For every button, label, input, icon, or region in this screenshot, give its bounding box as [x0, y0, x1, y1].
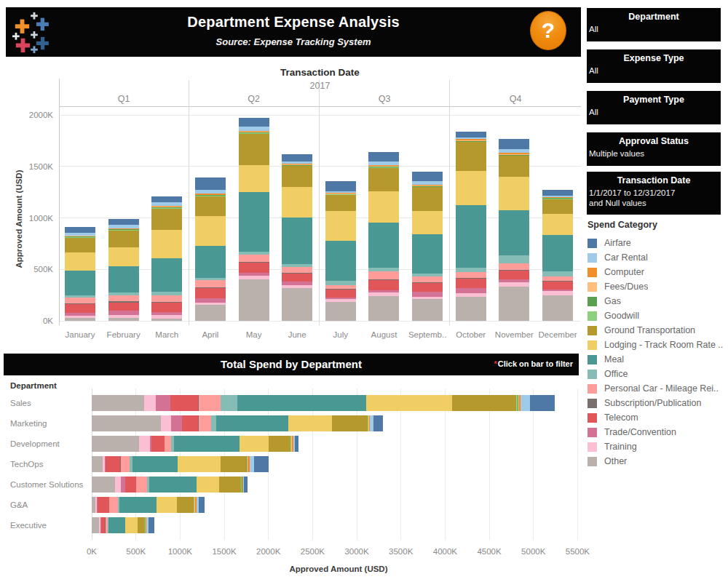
- bar-segment[interactable]: [65, 236, 95, 237]
- bar-segment[interactable]: [108, 315, 139, 318]
- bar-segment[interactable]: [195, 287, 226, 288]
- bar-segment[interactable]: [151, 207, 182, 208]
- bar-segment[interactable]: [412, 283, 443, 292]
- bar-segment[interactable]: [106, 517, 108, 533]
- bar-segment[interactable]: [198, 395, 199, 411]
- bar-segment[interactable]: [132, 456, 178, 472]
- bar-segment[interactable]: [178, 456, 220, 472]
- bar-segment[interactable]: [95, 497, 96, 513]
- bar-segment[interactable]: [147, 477, 149, 493]
- legend-item-trade-convention[interactable]: Trade/Convention: [587, 425, 727, 439]
- bar-segment[interactable]: [171, 415, 183, 431]
- bar-segment[interactable]: [412, 187, 443, 188]
- bar-segment[interactable]: [246, 456, 247, 472]
- bar-segment[interactable]: [125, 477, 136, 493]
- bar-segment[interactable]: [108, 517, 109, 533]
- bar-segment[interactable]: [108, 229, 139, 230]
- bar-segment[interactable]: [456, 272, 486, 278]
- bar-segment[interactable]: [65, 236, 95, 236]
- bar-segment[interactable]: [239, 132, 269, 133]
- bar-segment[interactable]: [199, 415, 211, 431]
- bar-segment[interactable]: [243, 477, 244, 493]
- bar-segment[interactable]: [542, 214, 573, 234]
- bar-segment[interactable]: [412, 172, 443, 181]
- bar-segment[interactable]: [282, 166, 312, 167]
- bar-segment[interactable]: [242, 477, 243, 493]
- bar-segment[interactable]: [65, 271, 95, 295]
- bar-segment[interactable]: [92, 497, 95, 513]
- bar-segment[interactable]: [325, 194, 356, 195]
- bar-segment[interactable]: [456, 293, 486, 298]
- bar-segment[interactable]: [290, 436, 291, 452]
- bar-segment[interactable]: [151, 312, 182, 315]
- bar-segment[interactable]: [195, 303, 226, 306]
- bar-segment[interactable]: [516, 395, 518, 411]
- bar-segment[interactable]: [195, 194, 226, 194]
- bar-segment[interactable]: [239, 279, 269, 321]
- bar-segment[interactable]: [92, 456, 103, 472]
- bar-segment[interactable]: [165, 436, 170, 452]
- bar-segment[interactable]: [121, 477, 124, 493]
- bar-segment[interactable]: [151, 295, 182, 302]
- legend-item-office[interactable]: Office: [587, 367, 727, 381]
- bar-segment[interactable]: [518, 395, 519, 411]
- bar-segment[interactable]: [151, 202, 182, 206]
- bar-segment[interactable]: [499, 255, 529, 263]
- department-spend-stacked-bar-chart[interactable]: 0K500K1000K1500K2000K2500K3000K3500K4000…: [4, 377, 579, 581]
- bar-segment[interactable]: [291, 436, 292, 452]
- bar-segment[interactable]: [195, 305, 226, 321]
- legend-item-personal-car[interactable]: Personal Car - Mileage Rei..: [587, 381, 727, 396]
- bar-segment[interactable]: [325, 289, 356, 290]
- bar-segment[interactable]: [197, 497, 199, 513]
- bar-segment[interactable]: [282, 165, 312, 166]
- bar-segment[interactable]: [151, 436, 165, 452]
- bar-segment[interactable]: [151, 206, 182, 207]
- bar-segment[interactable]: [325, 299, 356, 302]
- bar-segment[interactable]: [254, 456, 269, 472]
- bar-segment[interactable]: [195, 497, 196, 513]
- bar-segment[interactable]: [65, 252, 95, 271]
- bar-segment[interactable]: [108, 301, 139, 302]
- bar-segment[interactable]: [499, 282, 529, 287]
- bar-segment[interactable]: [325, 191, 356, 193]
- bar-segment[interactable]: [92, 477, 115, 493]
- bar-segment[interactable]: [325, 302, 356, 321]
- bar-segment[interactable]: [151, 209, 182, 230]
- filter-value[interactable]: All: [587, 22, 721, 33]
- bar-segment[interactable]: [282, 264, 312, 267]
- bar-segment[interactable]: [109, 497, 110, 513]
- bar-segment[interactable]: [542, 196, 573, 197]
- bar-segment[interactable]: [542, 271, 573, 276]
- bar-segment[interactable]: [325, 285, 356, 289]
- legend-item-ground-transportation[interactable]: Ground Transportation: [587, 323, 727, 338]
- bar-segment[interactable]: [456, 137, 486, 139]
- bar-segment[interactable]: [368, 268, 399, 271]
- bar-segment[interactable]: [325, 290, 356, 298]
- bar-segment[interactable]: [239, 273, 269, 276]
- bar-segment[interactable]: [194, 497, 194, 513]
- bar-segment[interactable]: [65, 238, 95, 253]
- bar-segment[interactable]: [239, 262, 269, 263]
- bar-segment[interactable]: [211, 415, 216, 431]
- bar-segment[interactable]: [456, 288, 486, 293]
- bar-segment[interactable]: [499, 156, 529, 176]
- legend-item-lodging[interactable]: Lodging - Track Room Rate ..: [587, 338, 727, 352]
- bar-segment[interactable]: [239, 132, 269, 132]
- bar-segment[interactable]: [293, 436, 295, 452]
- bar-segment[interactable]: [499, 270, 529, 271]
- bar-segment[interactable]: [151, 207, 182, 207]
- bar-segment[interactable]: [119, 497, 157, 513]
- bar-segment[interactable]: [456, 140, 486, 141]
- bar-segment[interactable]: [325, 211, 356, 241]
- bar-segment[interactable]: [542, 199, 573, 215]
- bar-segment[interactable]: [456, 297, 486, 321]
- bar-segment[interactable]: [412, 186, 443, 186]
- bar-segment[interactable]: [199, 497, 205, 513]
- bar-segment[interactable]: [92, 415, 161, 431]
- bar-segment[interactable]: [221, 395, 237, 411]
- bar-segment[interactable]: [282, 273, 312, 274]
- bar-segment[interactable]: [161, 415, 171, 431]
- filter-transaction-date[interactable]: Transaction Date 1/1/2017 to 12/31/2017 …: [587, 172, 721, 215]
- bar-segment[interactable]: [108, 266, 139, 292]
- bar-segment[interactable]: [219, 477, 241, 493]
